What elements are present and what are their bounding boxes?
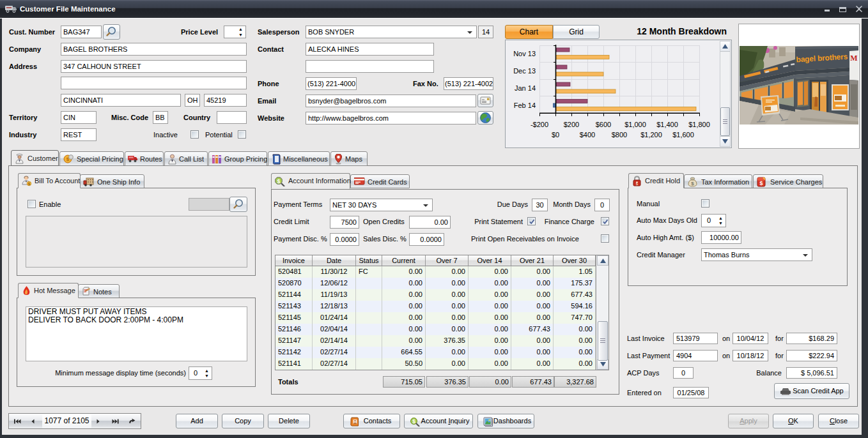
svg-text:$: $ [277, 178, 280, 185]
svg-text:$: $ [691, 181, 694, 186]
svg-text:$: $ [759, 180, 763, 186]
svg-text:$1,400: $1,400 [656, 121, 678, 128]
svg-text:Nov 13: Nov 13 [513, 50, 536, 57]
svg-text:$1,600: $1,600 [672, 131, 694, 139]
svg-text:$400: $400 [580, 131, 595, 139]
svg-text:Feb 14: Feb 14 [514, 102, 536, 109]
svg-text:$1,000: $1,000 [624, 121, 646, 128]
svg-text:M: M [850, 54, 857, 63]
svg-text:$800: $800 [612, 131, 627, 139]
svg-text:$600: $600 [596, 121, 611, 128]
svg-text:$1,200: $1,200 [640, 131, 662, 139]
svg-text:$0: $0 [552, 131, 559, 139]
svg-text:$1,800: $1,800 [688, 121, 710, 128]
svg-text:$200: $200 [564, 121, 579, 128]
svg-text:Jan 14: Jan 14 [515, 84, 536, 92]
svg-text:$: $ [412, 418, 415, 425]
svg-text:Dec 13: Dec 13 [513, 67, 536, 75]
svg-text:-$200: -$200 [531, 121, 548, 128]
